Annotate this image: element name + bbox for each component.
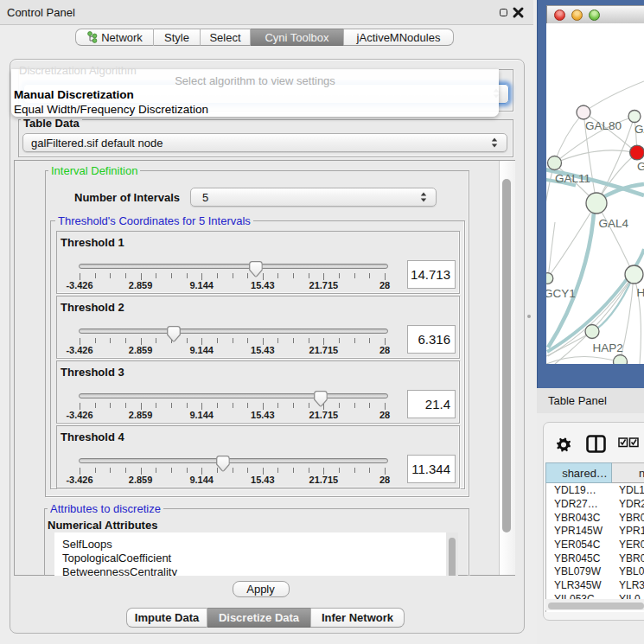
svg-text:G: G <box>637 160 644 173</box>
svg-text:GAL80: GAL80 <box>585 119 622 132</box>
svg-text:H: H <box>637 286 644 299</box>
svg-text:GAL11: GAL11 <box>555 172 590 185</box>
svg-text:GCY1: GCY1 <box>546 287 576 300</box>
svg-text:GAL4: GAL4 <box>599 217 629 230</box>
svg-text:GA: GA <box>634 123 644 136</box>
svg-text:HAP2: HAP2 <box>593 341 623 354</box>
